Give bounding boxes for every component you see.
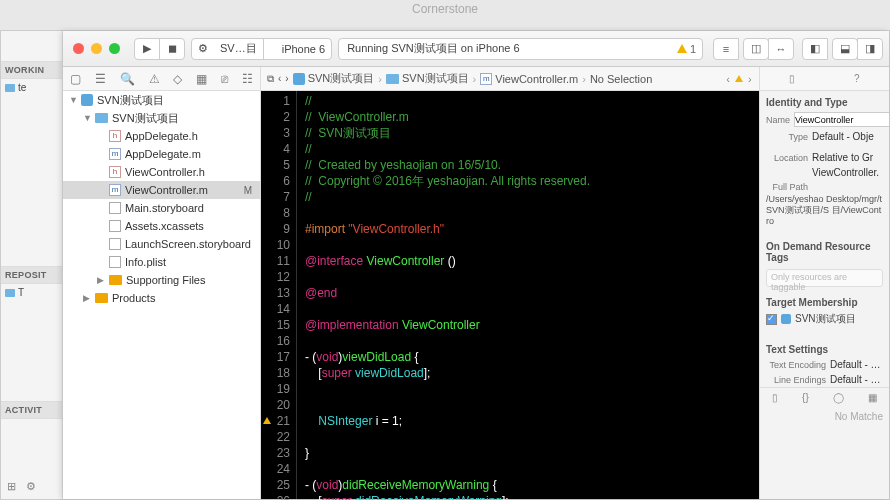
jump-bar[interactable]: ⧉ ‹ › SVN测试项目 › SVN测试项目 › mViewControlle… [261, 67, 759, 91]
scheme-device: iPhone 6 [276, 43, 331, 55]
sidebar-section-working: WORKIN [1, 61, 62, 79]
plist-icon [109, 256, 121, 268]
disclosure-icon[interactable]: ▼ [69, 95, 77, 105]
navigator-item[interactable]: ▶Supporting Files [63, 271, 260, 289]
navigator-item[interactable]: LaunchScreen.storyboard [63, 235, 260, 253]
folder-icon [5, 289, 15, 297]
app-icon [781, 314, 791, 324]
scheme-selector[interactable]: ⚙ SV…目 iPhone 6 [191, 38, 332, 60]
target-membership-checkbox[interactable]: SVN测试项目 [760, 310, 889, 328]
navigator-item-label: Products [112, 292, 155, 304]
add-icon[interactable]: ⊞ [7, 480, 16, 493]
app-icon: ⚙ [192, 42, 214, 55]
close-button[interactable] [73, 43, 84, 54]
navigator-item-label: ViewController.h [125, 166, 205, 178]
prev-issue-button[interactable]: ‹ [726, 73, 730, 85]
navigator-item[interactable]: hAppDelegate.h [63, 127, 260, 145]
library-tabs: ▯ {} ◯ ▦ [760, 387, 889, 407]
related-items-icon[interactable]: ⧉ [267, 73, 274, 85]
back-button[interactable]: ‹ [278, 73, 281, 84]
navigator-item[interactable]: Main.storyboard [63, 199, 260, 217]
inspector-panel: ▯ ? Identity and Type Name TypeDefault -… [759, 67, 889, 499]
navigator-item[interactable]: ▼SVN测试项目 [63, 91, 260, 109]
issue-indicator[interactable]: 1 [677, 43, 696, 55]
xcode-window: ▶ ◼ ⚙ SV…目 iPhone 6 Running SVN测试项目 on i… [63, 31, 889, 499]
folder orange-icon [95, 293, 108, 303]
folder-icon [5, 84, 15, 92]
minimize-button[interactable] [91, 43, 102, 54]
folder-icon [386, 74, 399, 84]
toggle-debug-button[interactable]: ⬓ [832, 38, 858, 60]
debug-nav-icon[interactable]: ▦ [196, 72, 207, 86]
disclosure-icon[interactable]: ▼ [83, 113, 91, 123]
encoding-select[interactable]: Default - Unic [830, 359, 883, 370]
disclosure-icon[interactable]: ▶ [83, 293, 91, 303]
navigator-item-label: SVN测试项目 [112, 111, 179, 126]
navigator-item[interactable]: mAppDelegate.m [63, 145, 260, 163]
file-type-select[interactable]: Default - Obje [812, 131, 883, 142]
breakpoint-nav-icon[interactable]: ⎚ [221, 72, 228, 86]
navigator-item-label: AppDelegate.m [125, 148, 201, 160]
h-icon: h [109, 166, 121, 178]
tags-section-title: On Demand Resource Tags [760, 235, 889, 265]
find-nav-icon[interactable]: 🔍 [120, 72, 135, 86]
warning-icon [677, 44, 687, 53]
symbol-nav-icon[interactable]: ☰ [95, 72, 106, 86]
project-nav-icon[interactable]: ▢ [70, 72, 81, 86]
target-section-title: Target Membership [760, 291, 889, 310]
help-inspector-tab[interactable]: ? [854, 73, 860, 84]
file-name-field[interactable] [794, 112, 889, 127]
code-content[interactable]: //// ViewController.m// SVN测试项目//// Crea… [297, 91, 759, 499]
xcode-toolbar: ▶ ◼ ⚙ SV…目 iPhone 6 Running SVN测试项目 on i… [63, 31, 889, 67]
tags-field: Only resources are taggable [766, 269, 883, 287]
scm-badge: M [244, 185, 252, 196]
status-text: Running SVN测试项目 on iPhone 6 [347, 41, 519, 56]
navigator-item[interactable]: ▼SVN测试项目 [63, 109, 260, 127]
sidebar-repo-item[interactable]: T [1, 284, 62, 301]
line-gutter[interactable]: 1234567891011121314151617181920212223242… [261, 91, 297, 499]
sidebar-working-item[interactable]: te [1, 79, 62, 96]
inspector-tabs: ▯ ? [760, 67, 889, 91]
file-inspector-tab[interactable]: ▯ [789, 73, 795, 84]
navigator-item[interactable]: Assets.xcassets [63, 217, 260, 235]
disclosure-icon[interactable]: ▶ [97, 275, 105, 285]
toggle-navigator-button[interactable]: ◧ [802, 38, 828, 60]
location-filename: ViewController. [812, 167, 883, 178]
text-settings-title: Text Settings [760, 338, 889, 357]
activity-status[interactable]: Running SVN测试项目 on iPhone 6 1 [338, 38, 703, 60]
gear-icon[interactable]: ⚙ [26, 480, 36, 493]
code-snippet-tab[interactable]: {} [802, 392, 809, 403]
warning-icon [735, 75, 743, 82]
line-endings-select[interactable]: Default - OS X [830, 374, 883, 385]
navigator-item[interactable]: mViewController.mM [63, 181, 260, 199]
media-library-tab[interactable]: ▦ [868, 392, 877, 403]
test-nav-icon[interactable]: ◇ [173, 72, 182, 86]
window-controls [63, 35, 130, 62]
stop-button[interactable]: ◼ [159, 38, 185, 60]
navigator-item[interactable]: hViewController.h [63, 163, 260, 181]
editor-assistant-button[interactable]: ◫ [743, 38, 769, 60]
folder-icon [95, 113, 108, 123]
background-window-title: Cornerstone [0, 2, 890, 16]
folder orange-icon [109, 275, 122, 285]
code-editor[interactable]: 1234567891011121314151617181920212223242… [261, 91, 759, 499]
project-navigator: ▼SVN测试项目▼SVN测试项目hAppDelegate.hmAppDelega… [63, 91, 261, 499]
location-select[interactable]: Relative to Gr [812, 152, 883, 163]
navigator-item-label: AppDelegate.h [125, 130, 198, 142]
editor-version-button[interactable]: ↔ [768, 38, 794, 60]
run-button[interactable]: ▶ [134, 38, 160, 60]
file-template-tab[interactable]: ▯ [772, 392, 778, 403]
navigator-item[interactable]: ▶Products [63, 289, 260, 307]
object-library-tab[interactable]: ◯ [833, 392, 844, 403]
report-nav-icon[interactable]: ☷ [242, 72, 253, 86]
zoom-button[interactable] [109, 43, 120, 54]
navigator-selector: ▢ ☰ 🔍 ⚠ ◇ ▦ ⎚ ☷ [63, 67, 261, 91]
identity-section-title: Identity and Type [760, 91, 889, 110]
issue-nav-icon[interactable]: ⚠ [149, 72, 160, 86]
toggle-inspector-button[interactable]: ◨ [857, 38, 883, 60]
forward-button[interactable]: › [285, 73, 288, 84]
editor-standard-button[interactable]: ≡ [713, 38, 739, 60]
next-issue-button[interactable]: › [748, 73, 752, 85]
m-icon: m [109, 148, 121, 160]
navigator-item[interactable]: Info.plist [63, 253, 260, 271]
